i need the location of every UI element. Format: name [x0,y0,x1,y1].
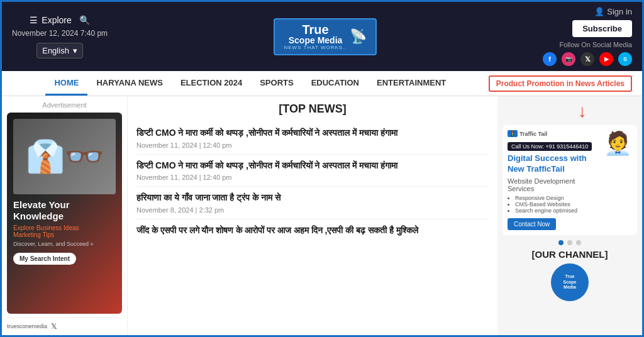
ad-image: 👔👓 [13,119,116,194]
nav-item-election[interactable]: ELECTION 2024 [172,72,251,96]
header-right: 👤 Sign in Subscribe Follow On Social Med… [543,7,632,66]
language-value: English [42,46,69,55]
news-link-1[interactable]: डिप्टी CMO ने मारा कर्मी को थप्पड़ ,सोनी… [136,128,397,138]
instagram-icon[interactable]: 📷 [562,52,575,66]
left-sidebar: Advertisement 👔👓 Elevate Your Knowledge … [2,96,128,337]
logo-icon: 📡 [350,28,367,45]
promo-title-line1: Digital Success with [508,153,587,163]
promo-ad-box: 🚦 Traffic Tail Call Us Now: +91 93154464… [502,125,637,235]
nav-item-home[interactable]: HOME [45,72,87,96]
ad-title-line2: Knowledge [13,211,116,222]
content-area: Advertisement 👔👓 Elevate Your Knowledge … [2,96,642,337]
carousel-dots [502,240,637,245]
news-item-3: हरियाणा का ये गाँव जाना जाता है ट्रंप के… [136,187,489,219]
news-link-2[interactable]: डिप्टी CMO ने मारा कर्मी को थप्पड़ ,सोनी… [136,160,397,170]
red-arrow-icon: ↓ [578,101,587,121]
subscribe-button[interactable]: Subscribe [572,20,632,37]
sign-in-label: Sign in [607,7,632,16]
channel-logo-text: TrueScopeMedia [563,274,576,290]
promo-person-image: 🧑‍💼 [604,130,632,157]
news-headline-3[interactable]: हरियाणा का ये गाँव जाना जाता है ट्रंप के… [136,192,489,204]
dot-3[interactable] [576,240,581,245]
ad-subtitle2: Marketing Tips [13,231,116,238]
ad-title-line1: Elevate Your [13,199,116,211]
news-link-3[interactable]: हरियाणा का ये गाँव जाना जाता है ट्रंप के… [136,192,280,202]
news-link-4[interactable]: जींद के एसपी पर लगे यौन शोषण के आरोपों प… [136,225,418,235]
x-social-icon[interactable]: 𝕏 [51,322,57,331]
logo-title: True [284,23,347,36]
news-date-1: November 11, 2024 | 12:40 pm [136,141,489,149]
promo-banner[interactable]: Product Promotion in News Articles [489,75,632,92]
twitter-icon[interactable]: 𝕏 [580,52,594,66]
search-icon[interactable]: 🔍 [79,15,90,25]
promo-service-3: Search engine optimised [515,207,601,214]
contact-now-button[interactable]: Contact Now [508,218,556,230]
nav-item-haryana[interactable]: HARYANA NEWS [87,72,171,96]
youtube-icon[interactable]: ▶ [599,52,613,66]
logo-tagline: NEWS THAT WORKS.. [284,45,347,50]
sign-in-button[interactable]: 👤 Sign in [594,7,632,16]
chevron-down-icon: ▾ [73,46,77,55]
site-name-small: truesconemedia [7,323,47,329]
top-news-title: [TOP NEWS] [136,102,489,116]
language-dropdown[interactable]: English ▾ [36,43,83,58]
nav-items: HOME HARYANA NEWS ELECTION 2024 SPORTS E… [12,72,489,96]
advertisement-box: 👔👓 Elevate Your Knowledge Explore Busine… [7,113,122,314]
right-sidebar: ↓ 🚦 Traffic Tail Call Us Now: +91 931544… [497,96,642,337]
news-date-2: November 11, 2024 | 12:40 pm [136,174,489,181]
promo-title-line2: New TrafficTail [508,164,565,174]
logo-scope: Scope Media [284,36,347,45]
promo-service-1: Responsive Design [515,195,601,201]
news-item-1: डिप्टी CMO ने मारा कर्मी को थप्पड़ ,सोनी… [136,122,489,155]
user-icon: 👤 [594,7,604,16]
main-content: [TOP NEWS] डिप्टी CMO ने मारा कर्मी को थ… [128,96,497,337]
promo-service-2: CMS-Based Websites [515,201,601,207]
header: ☰ Explore 🔍 November 12, 2024 7:40 pm En… [2,2,642,71]
news-headline-4[interactable]: जींद के एसपी पर लगे यौन शोषण के आरोपों प… [136,224,489,237]
header-center: True Scope Media NEWS THAT WORKS.. 📡 [274,18,376,55]
explore-button[interactable]: ☰ Explore [30,15,71,25]
nav-item-entertainment[interactable]: ENTERTAINMENT [368,72,455,96]
news-headline-2[interactable]: डिप्टी CMO ने मारा कर्मी को थप्पड़ ,सोनी… [136,160,489,172]
our-channel-title: [OUR CHANNEL] [502,249,637,260]
nav-item-education[interactable]: EDUCATION [303,72,368,96]
news-item-2: डिप्टी CMO ने मारा कर्मी को थप्पड़ ,सोनी… [136,155,489,187]
news-item-4: जींद के एसपी पर लगे यौन शोषण के आरोपों प… [136,219,489,244]
datetime: November 12, 2024 7:40 pm [12,29,108,38]
facebook-icon[interactable]: f [543,52,557,66]
ad-subtitle1: Explore Business Ideas [13,224,116,231]
news-date-3: November 8, 2024 | 2:32 pm [136,206,489,214]
traffic-logo: 🚦 Traffic Tail [508,130,601,137]
follow-text: Follow On Social Media [559,41,632,48]
promo-ad-title: Digital Success with New TrafficTail [508,153,601,175]
ad-desc: Discover, Learn, and Succeed » [13,241,116,247]
dot-2[interactable] [567,240,572,245]
channel-logo[interactable]: TrueScopeMedia [551,263,589,301]
people-illustration: 👔👓 [26,138,104,175]
explore-label: Explore [42,15,71,25]
ad-label: Advertisement [7,101,122,109]
header-left: ☰ Explore 🔍 November 12, 2024 7:40 pm En… [12,15,108,58]
dot-1[interactable] [558,240,564,245]
site-logo[interactable]: True Scope Media NEWS THAT WORKS.. 📡 [274,18,376,55]
social-icons-row: f 📷 𝕏 ▶ S [543,52,632,66]
news-headline-1[interactable]: डिप्टी CMO ने मारा कर्मी को थप्पड़ ,सोनी… [136,127,489,140]
promo-service: Website Development Services [508,177,601,192]
promo-services-list: Responsive Design CMS-Based Websites Sea… [508,195,601,214]
navigation: HOME HARYANA NEWS ELECTION 2024 SPORTS E… [2,71,642,96]
hamburger-icon: ☰ [30,15,38,25]
arrow-container: ↓ [502,101,637,121]
call-us-banner: Call Us Now: +91 9315446410 [508,142,592,151]
ad-cta-button[interactable]: My Search Intent [13,253,76,265]
nav-item-sports[interactable]: SPORTS [251,72,302,96]
skype-icon[interactable]: S [618,52,632,66]
sidebar-footer: truesconemedia 𝕏 [7,318,122,334]
